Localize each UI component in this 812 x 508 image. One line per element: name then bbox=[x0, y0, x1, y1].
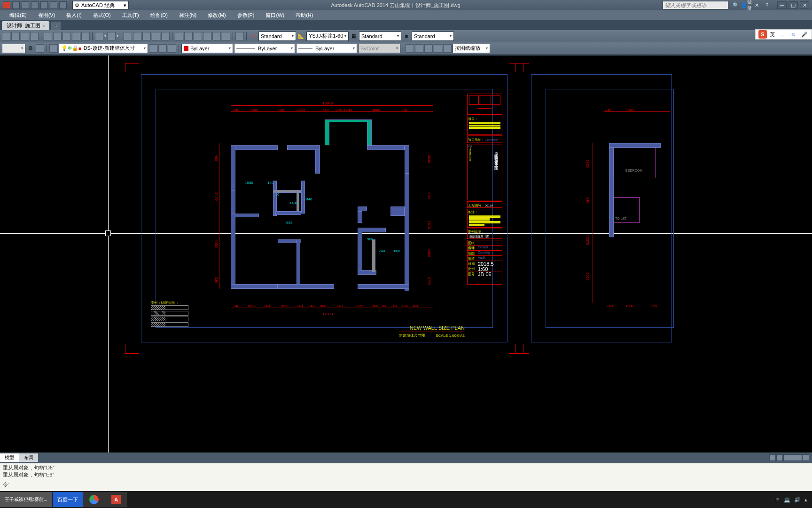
block-icon[interactable] bbox=[81, 32, 90, 40]
scroll-right-icon[interactable] bbox=[776, 454, 783, 461]
search-icon[interactable]: 🔍 bbox=[732, 1, 740, 9]
command-window[interactable]: 重从属对象，句柄"D6" 重从属对象，句柄"E6" 令: bbox=[0, 463, 812, 491]
new-tab-button[interactable]: + bbox=[51, 22, 61, 30]
textstyle-dropdown[interactable]: Standard bbox=[258, 32, 296, 41]
new-icon[interactable] bbox=[12, 1, 20, 9]
menu-modify[interactable]: 修改(M) bbox=[202, 11, 232, 20]
help-icon[interactable]: ? bbox=[763, 1, 771, 9]
app-menu-icon[interactable] bbox=[3, 1, 10, 9]
maximize-button[interactable]: ▢ bbox=[789, 1, 798, 9]
drawing-area[interactable]: 10960 240 3060 740 2670 740 285 1200 306… bbox=[0, 56, 812, 452]
menu-format[interactable]: 格式(O) bbox=[87, 11, 117, 20]
mlstyle-icon[interactable]: ≡ bbox=[402, 32, 411, 40]
menu-parametric[interactable]: 参数(P) bbox=[232, 11, 260, 20]
model-tab[interactable]: 模型 bbox=[0, 453, 19, 462]
minimize-button[interactable]: ─ bbox=[777, 1, 787, 9]
help2-icon[interactable] bbox=[235, 32, 244, 40]
copy-icon[interactable] bbox=[53, 32, 62, 40]
menu-window[interactable]: 窗口(W) bbox=[260, 11, 290, 20]
print-icon[interactable] bbox=[40, 1, 48, 9]
workspace-selector[interactable]: AutoCAD 经典▾ bbox=[72, 1, 129, 9]
zoom-window-icon[interactable] bbox=[2, 32, 10, 40]
layer-iso-icon[interactable] bbox=[158, 44, 167, 53]
layer-prev-icon[interactable] bbox=[49, 44, 58, 53]
zoom-all-icon[interactable] bbox=[161, 32, 170, 40]
close-tab-icon[interactable]: × bbox=[42, 24, 45, 28]
tray-flag-icon[interactable]: 🏳 bbox=[775, 497, 780, 502]
vp-icon2[interactable] bbox=[415, 44, 423, 53]
color-dropdown[interactable]: ByLayer bbox=[181, 44, 233, 53]
menu-draw[interactable]: 绘图(D) bbox=[145, 11, 173, 20]
dimstyle-dropdown[interactable]: YSJJ-标注1-60 bbox=[306, 32, 349, 41]
paste-icon[interactable] bbox=[62, 32, 71, 40]
quick-dd[interactable] bbox=[2, 44, 25, 53]
tray-arrow-icon[interactable]: ▴ bbox=[804, 497, 807, 503]
zoom-out-icon[interactable] bbox=[152, 32, 160, 40]
hand-icon[interactable] bbox=[124, 32, 132, 40]
redo-icon[interactable] bbox=[59, 1, 67, 9]
ime-punct-icon[interactable]: ， bbox=[778, 30, 786, 39]
tablestyle-dropdown[interactable]: Standard bbox=[359, 32, 401, 41]
help-search-input[interactable] bbox=[663, 1, 728, 9]
menu-insert[interactable]: 插入(I) bbox=[61, 11, 87, 20]
scroll-end-icon[interactable] bbox=[803, 454, 809, 461]
tray-network-icon[interactable]: 💻 bbox=[784, 497, 790, 503]
exchange-icon[interactable]: ✕ bbox=[753, 1, 760, 9]
taskbar-news[interactable]: 王子威谈犯规:赛前... bbox=[0, 492, 52, 507]
login-button[interactable]: 👤登录 bbox=[742, 1, 750, 9]
layer-states-icon[interactable] bbox=[149, 44, 157, 53]
layer-dropdown[interactable]: 💡❄🔒■ DS-改建-新建墙体尺寸 bbox=[59, 44, 148, 53]
open-icon[interactable] bbox=[22, 1, 29, 9]
undo2-icon[interactable] bbox=[95, 32, 103, 40]
scroll-left-icon[interactable] bbox=[769, 454, 776, 461]
zoom-in-icon[interactable] bbox=[142, 32, 151, 40]
mlstyle-dropdown[interactable]: Standard bbox=[412, 32, 454, 41]
dimstyle-icon[interactable]: 📐 bbox=[297, 32, 305, 40]
vp-icon5[interactable] bbox=[443, 44, 452, 53]
system-tray[interactable]: 🏳 💻 🔊 ▴ bbox=[770, 497, 812, 503]
document-tab-active[interactable]: 设计师_施工图 × bbox=[2, 21, 49, 30]
zoom-previous-icon[interactable] bbox=[21, 32, 29, 40]
undo-icon[interactable] bbox=[50, 1, 57, 9]
printscale-dropdown[interactable]: 按图纸缩放 bbox=[453, 44, 490, 53]
layer-freeze-icon[interactable] bbox=[168, 44, 176, 53]
vp-icon4[interactable] bbox=[434, 44, 442, 53]
match-prop-icon[interactable] bbox=[72, 32, 80, 40]
taskbar-autocad-icon[interactable]: A bbox=[105, 492, 127, 507]
gear-icon[interactable]: ⚙ bbox=[26, 44, 35, 53]
scroll-thumb[interactable] bbox=[783, 454, 802, 461]
dcenter-icon[interactable] bbox=[184, 32, 193, 40]
linetype-dropdown[interactable]: ByLayer bbox=[234, 44, 295, 53]
menu-edit[interactable]: 编辑(E) bbox=[4, 11, 32, 20]
tray-volume-icon[interactable]: 🔊 bbox=[794, 497, 801, 503]
ime-emoji-icon[interactable]: ☺ bbox=[789, 30, 797, 39]
menu-view[interactable]: 视图(V) bbox=[32, 11, 61, 20]
props-icon[interactable] bbox=[175, 32, 183, 40]
layer-manager-icon[interactable] bbox=[36, 44, 44, 53]
lineweight-dropdown[interactable]: ByLayer bbox=[296, 44, 357, 53]
pan-icon[interactable] bbox=[30, 32, 39, 40]
taskbar-baidu[interactable]: 百度一下 bbox=[53, 492, 83, 507]
textstyle-icon[interactable]: A bbox=[249, 32, 258, 40]
ime-indicator[interactable]: S 英 ， ☺ 🎤 bbox=[755, 29, 812, 40]
cut-icon[interactable] bbox=[44, 32, 52, 40]
close-button[interactable]: ✕ bbox=[800, 1, 809, 9]
calc-icon[interactable] bbox=[222, 32, 230, 40]
command-prompt[interactable]: 令: bbox=[3, 481, 809, 488]
menu-dimension[interactable]: 标注(N) bbox=[173, 11, 202, 20]
taskbar-chrome-icon[interactable] bbox=[83, 492, 105, 507]
sheet-icon[interactable] bbox=[203, 32, 211, 40]
redo2-icon[interactable] bbox=[107, 32, 116, 40]
markup-icon[interactable] bbox=[212, 32, 221, 40]
save-icon[interactable] bbox=[31, 1, 39, 9]
zoom-rt-icon[interactable] bbox=[133, 32, 141, 40]
plotstyle-dropdown[interactable]: ByColor bbox=[358, 44, 400, 53]
sogou-icon[interactable]: S bbox=[758, 30, 767, 39]
vp-icon3[interactable] bbox=[424, 44, 433, 53]
tablestyle-icon[interactable]: ▦ bbox=[350, 32, 358, 40]
layout-tab[interactable]: 布局 bbox=[19, 453, 38, 462]
vp-icon1[interactable] bbox=[406, 44, 414, 53]
ime-mic-icon[interactable]: 🎤 bbox=[800, 30, 809, 39]
menu-tools[interactable]: 工具(T) bbox=[117, 11, 145, 20]
tpalette-icon[interactable] bbox=[194, 32, 202, 40]
